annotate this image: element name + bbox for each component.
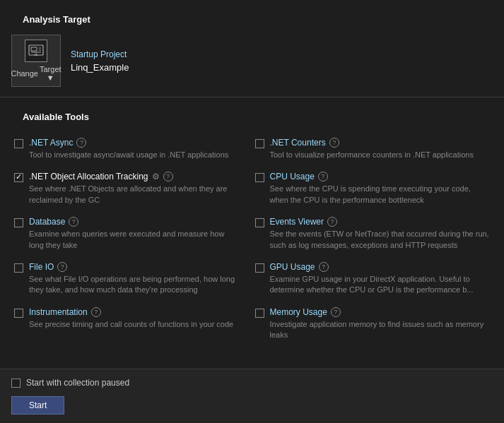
tool-checkbox-instrumentation[interactable] bbox=[14, 309, 23, 318]
tool-item-net-object-allocation: .NET Object Allocation Tracking ⚙ ? See … bbox=[11, 166, 252, 211]
collection-paused-label: Start with collection paused bbox=[26, 378, 129, 388]
tool-checkbox-memory-usage[interactable] bbox=[255, 309, 264, 318]
tool-checkbox-net-async[interactable] bbox=[14, 139, 23, 148]
tool-name-database: Database bbox=[29, 217, 65, 227]
tool-item-gpu-usage: GPU Usage ? Examine GPU usage in your Di… bbox=[252, 256, 493, 302]
available-tools-section: Available Tools .NET Async ? Tool to inv… bbox=[0, 97, 504, 354]
tool-checkbox-net-object-allocation[interactable] bbox=[14, 173, 23, 182]
info-icon-net-object-allocation[interactable]: ? bbox=[163, 172, 173, 181]
info-icon-memory-usage[interactable]: ? bbox=[331, 307, 341, 317]
info-icon-events-viewer[interactable]: ? bbox=[327, 217, 337, 227]
target-info: Startup Project Linq_Example bbox=[71, 49, 129, 73]
analysis-target-title: Analysis Target bbox=[11, 7, 493, 29]
target-dropdown-label: Target ▼ bbox=[40, 65, 61, 82]
tool-item-events-viewer: Events Viewer ? See the events (ETW or N… bbox=[252, 211, 493, 256]
tool-item-file-io: File IO ? See what File I/O operations a… bbox=[11, 256, 252, 302]
tool-item-database: Database ? Examine when queries were exe… bbox=[11, 211, 252, 256]
target-type: Startup Project bbox=[71, 49, 129, 59]
tool-desc-instrumentation: See precise timing and call counts of fu… bbox=[29, 319, 238, 330]
tool-checkbox-cpu-usage[interactable] bbox=[255, 173, 264, 182]
tool-desc-memory-usage: Investigate application memory to find i… bbox=[270, 319, 491, 341]
tool-name-events-viewer: Events Viewer bbox=[270, 217, 324, 227]
tool-item-net-async: .NET Async ? Tool to investigate async/a… bbox=[11, 132, 252, 166]
tools-column-left: .NET Async ? Tool to investigate async/a… bbox=[11, 132, 252, 347]
info-icon-file-io[interactable]: ? bbox=[57, 262, 67, 272]
tool-name-memory-usage: Memory Usage bbox=[270, 307, 327, 317]
tool-desc-net-object-allocation: See where .NET Objects are allocated and… bbox=[29, 184, 238, 205]
tool-name-net-counters: .NET Counters bbox=[270, 138, 326, 148]
tools-column-right: .NET Counters ? Tool to visualize perfor… bbox=[252, 132, 493, 347]
available-tools-title: Available Tools bbox=[11, 105, 493, 126]
tool-checkbox-database[interactable] bbox=[14, 218, 23, 227]
tool-checkbox-events-viewer[interactable] bbox=[255, 218, 264, 227]
info-icon-gpu-usage[interactable]: ? bbox=[319, 262, 329, 272]
bottom-area: Start with collection paused Start bbox=[0, 369, 504, 423]
target-icon bbox=[25, 40, 47, 62]
tool-desc-cpu-usage: See where the CPU is spending time execu… bbox=[270, 184, 491, 205]
tool-item-memory-usage: Memory Usage ? Investigate application m… bbox=[252, 302, 493, 347]
info-icon-database[interactable]: ? bbox=[69, 217, 78, 227]
change-label: Change bbox=[11, 69, 38, 78]
target-name: Linq_Example bbox=[71, 62, 129, 73]
tool-name-net-object-allocation: .NET Object Allocation Tracking bbox=[29, 172, 148, 181]
tool-name-file-io: File IO bbox=[29, 262, 54, 272]
tool-desc-gpu-usage: Examine GPU usage in your DirectX applic… bbox=[270, 274, 491, 296]
info-icon-net-counters[interactable]: ? bbox=[329, 138, 339, 148]
tool-name-cpu-usage: CPU Usage bbox=[270, 172, 315, 181]
tool-desc-net-counters: Tool to visualize performance counters i… bbox=[270, 150, 491, 160]
tool-item-net-counters: .NET Counters ? Tool to visualize perfor… bbox=[252, 132, 493, 166]
tool-desc-database: Examine when queries were executed and m… bbox=[29, 229, 238, 251]
info-icon-net-async[interactable]: ? bbox=[76, 138, 86, 148]
collection-paused-row: Start with collection paused bbox=[11, 378, 493, 388]
tool-desc-file-io: See what File I/O operations are being p… bbox=[29, 274, 238, 296]
tool-name-instrumentation: Instrumentation bbox=[29, 307, 88, 317]
tool-checkbox-net-counters[interactable] bbox=[255, 139, 264, 148]
tool-item-instrumentation: Instrumentation ? See precise timing and… bbox=[11, 302, 252, 335]
analysis-target-section: Analysis Target bbox=[0, 0, 504, 97]
collection-paused-checkbox[interactable] bbox=[11, 379, 20, 388]
tool-name-gpu-usage: GPU Usage bbox=[270, 262, 315, 272]
tool-desc-events-viewer: See the events (ETW or NetTrace) that oc… bbox=[270, 229, 491, 251]
tool-checkbox-file-io[interactable] bbox=[14, 263, 23, 273]
tools-grid: .NET Async ? Tool to investigate async/a… bbox=[11, 132, 493, 347]
tool-name-net-async: .NET Async bbox=[29, 138, 73, 148]
change-target-button[interactable]: Change Target ▼ bbox=[11, 35, 61, 87]
svg-rect-1 bbox=[31, 47, 37, 51]
info-icon-instrumentation[interactable]: ? bbox=[91, 307, 101, 317]
start-button[interactable]: Start bbox=[11, 396, 64, 415]
gear-icon-net-object-allocation[interactable]: ⚙ bbox=[152, 172, 160, 181]
tool-item-cpu-usage: CPU Usage ? See where the CPU is spendin… bbox=[252, 166, 493, 211]
tool-desc-net-async: Tool to investigate async/await usage in… bbox=[29, 150, 238, 160]
info-icon-cpu-usage[interactable]: ? bbox=[318, 172, 328, 181]
tool-checkbox-gpu-usage[interactable] bbox=[255, 263, 264, 273]
